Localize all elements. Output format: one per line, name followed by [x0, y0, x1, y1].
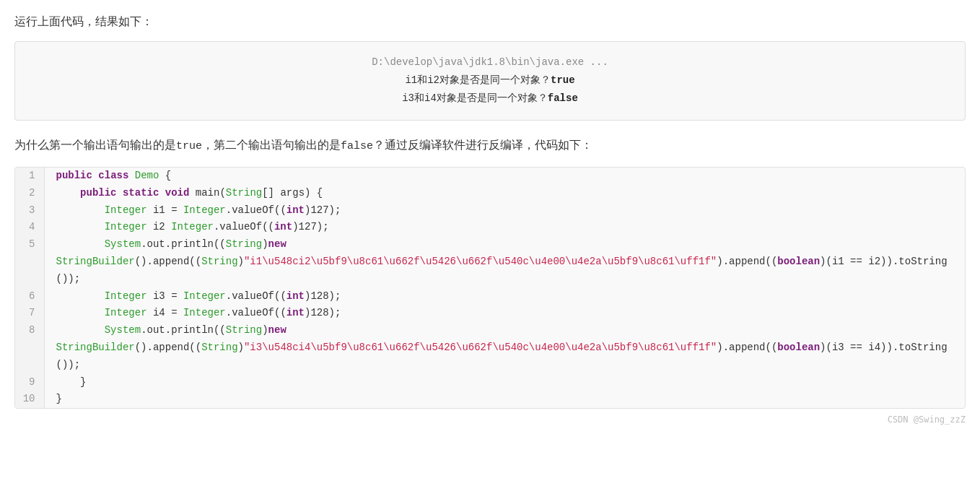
line-number: 2 [15, 185, 44, 202]
line-code: Integer i2 Integer.valueOf((int)127); [44, 219, 965, 236]
watermark: CSDN @Swing_zzZ [14, 415, 966, 425]
line-number: 7 [15, 305, 44, 322]
table-row: 10 } [15, 391, 965, 408]
table-row: 7 Integer i4 = Integer.valueOf((int)128)… [15, 305, 965, 322]
line-code: public static void main(String[] args) { [44, 185, 965, 202]
table-row: 5 System.out.println((String)newStringBu… [15, 236, 965, 287]
explain-before: 为什么第一个输出语句输出的是 [14, 139, 176, 151]
result-2-label: i3和i4对象是否是同一个对象？ [402, 92, 548, 104]
line-number: 8 [15, 322, 44, 373]
line-number: 5 [15, 236, 44, 287]
explain-code1: true [176, 140, 202, 152]
line-number: 1 [15, 168, 44, 185]
line-code: public class Demo { [44, 168, 965, 185]
explain-mid: ，第二个输出语句输出的是 [202, 139, 341, 151]
explain-after: ？通过反编译软件进行反编译，代码如下： [373, 139, 592, 151]
line-code: } [44, 374, 965, 391]
result-line-1: i1和i2对象是否是同一个对象？true [30, 71, 950, 90]
result-1-val: true [551, 74, 575, 86]
result-line-2: i3和i4对象是否是同一个对象？false [30, 90, 950, 108]
output-box: D:\develop\java\jdk1.8\bin\java.exe ... … [14, 41, 966, 121]
table-row: 6 Integer i3 = Integer.valueOf((int)128)… [15, 288, 965, 305]
cmd-line: D:\develop\java\jdk1.8\bin\java.exe ... [30, 53, 950, 71]
line-code: System.out.println((String)newStringBuil… [44, 236, 965, 287]
table-row: 9 } [15, 374, 965, 391]
line-code: System.out.println((String)newStringBuil… [44, 322, 965, 373]
intro-text: 运行上面代码，结果如下： [14, 14, 966, 30]
explain-text: 为什么第一个输出语句输出的是true，第二个输出语句输出的是false？通过反编… [14, 135, 966, 156]
table-row: 4 Integer i2 Integer.valueOf((int)127); [15, 219, 965, 236]
table-row: 8 System.out.println((String)newStringBu… [15, 322, 965, 373]
explain-code2: false [341, 140, 373, 152]
line-code: } [44, 391, 965, 408]
code-block: 1 public class Demo { 2 public static vo… [14, 167, 966, 409]
result-2-val: false [548, 92, 578, 104]
code-table: 1 public class Demo { 2 public static vo… [15, 168, 965, 408]
table-row: 3 Integer i1 = Integer.valueOf((int)127)… [15, 202, 965, 220]
line-number: 6 [15, 288, 44, 305]
line-number: 3 [15, 202, 44, 220]
result-1-label: i1和i2对象是否是同一个对象？ [405, 74, 551, 86]
table-row: 2 public static void main(String[] args)… [15, 185, 965, 202]
line-code: Integer i1 = Integer.valueOf((int)127); [44, 202, 965, 220]
line-code: Integer i3 = Integer.valueOf((int)128); [44, 288, 965, 305]
line-number: 9 [15, 374, 44, 391]
line-code: Integer i4 = Integer.valueOf((int)128); [44, 305, 965, 322]
table-row: 1 public class Demo { [15, 168, 965, 185]
line-number: 4 [15, 219, 44, 236]
line-number: 10 [15, 391, 44, 408]
